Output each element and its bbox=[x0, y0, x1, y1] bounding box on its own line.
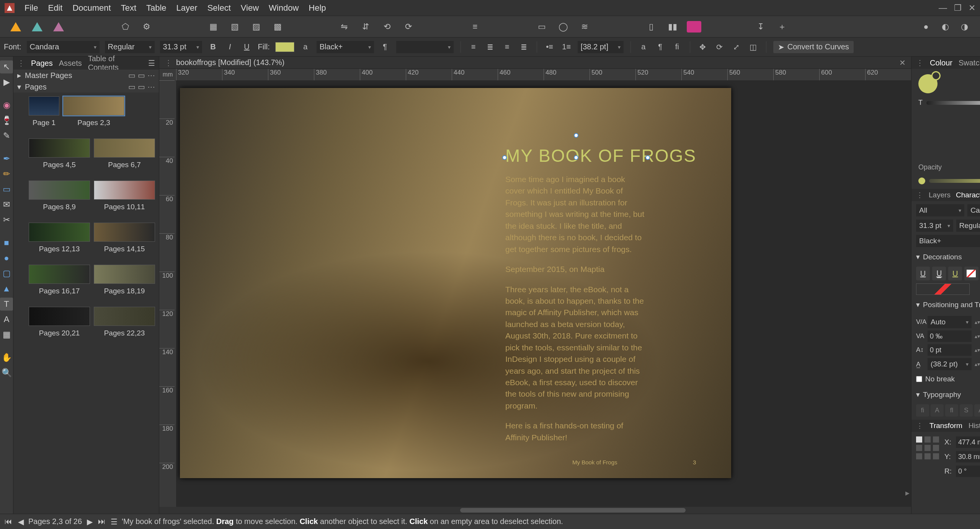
font-style-select[interactable]: Regular▾ bbox=[105, 41, 155, 53]
window-restore-icon[interactable]: ❐ bbox=[954, 3, 962, 13]
arrange-front-icon[interactable]: ▦ bbox=[206, 20, 220, 34]
x-input[interactable] bbox=[956, 436, 980, 448]
page-thumb-16-17[interactable] bbox=[29, 265, 90, 284]
number-list-icon[interactable]: 1≡ bbox=[561, 41, 572, 53]
spin-icon[interactable]: ▴▾ bbox=[974, 361, 980, 367]
no-underline-button[interactable] bbox=[964, 267, 978, 280]
panel-handle-icon[interactable]: ⋮ bbox=[17, 59, 25, 68]
arrange-backward-icon[interactable]: ▨ bbox=[249, 20, 263, 34]
snapping-button[interactable] bbox=[687, 20, 701, 34]
rotate-ccw-icon[interactable]: ⟲ bbox=[380, 20, 394, 34]
panel-menu-icon[interactable]: ☰ bbox=[148, 59, 155, 68]
panel-handle-icon[interactable]: ⋮ bbox=[916, 191, 923, 200]
pages-view2-icon[interactable]: ▭ bbox=[138, 82, 145, 91]
expand-pages-icon[interactable]: ▾ bbox=[17, 82, 21, 91]
tab-transform[interactable]: Transform bbox=[929, 422, 962, 430]
insert-before-icon[interactable]: ↧ bbox=[753, 20, 768, 34]
bullet-list-icon[interactable]: •≡ bbox=[544, 41, 555, 53]
positioning-header[interactable]: ▾Positioning and Transform bbox=[916, 298, 980, 311]
vector-crop-tool-icon[interactable]: ✉ bbox=[0, 198, 13, 211]
panel-handle-icon[interactable]: ⋮ bbox=[916, 422, 923, 430]
opacity-slider[interactable] bbox=[929, 179, 980, 183]
menu-table[interactable]: Table bbox=[146, 3, 167, 13]
decorations-header[interactable]: ▾Decorations bbox=[916, 250, 980, 264]
tracking-input[interactable] bbox=[928, 330, 972, 342]
pages-header[interactable]: ▾ Pages ▭ ▭ ⋯ bbox=[13, 81, 159, 93]
menu-select[interactable]: Select bbox=[207, 3, 231, 13]
window-minimize-icon[interactable]: — bbox=[939, 3, 947, 13]
page-menu-icon[interactable]: ☰ bbox=[109, 517, 119, 526]
bold-button[interactable]: B bbox=[207, 41, 219, 53]
fill-tool-icon[interactable]: 🍷 bbox=[0, 114, 13, 127]
spin-icon[interactable]: ▴▾ bbox=[974, 334, 980, 339]
typography-header[interactable]: ▾Typography bbox=[916, 388, 980, 401]
font-collection-select[interactable]: All▾ bbox=[916, 204, 964, 216]
paragraph-icon[interactable]: ¶ bbox=[379, 41, 391, 53]
window-close-icon[interactable]: ✕ bbox=[969, 3, 975, 13]
leading-override-input[interactable]: (38.2 pt)▾ bbox=[928, 358, 972, 370]
page-thumb-4-5[interactable] bbox=[29, 138, 90, 158]
master-pages-header[interactable]: ▸ Master Pages ▭ ▭ ⋯ bbox=[13, 70, 159, 81]
page-thumb-20-21[interactable] bbox=[29, 307, 90, 326]
y-input[interactable] bbox=[956, 451, 980, 462]
align-right-text-icon[interactable]: ≡ bbox=[501, 41, 513, 53]
arrange-forward-icon[interactable]: ▧ bbox=[227, 20, 242, 34]
flip-v-icon[interactable]: ⇵ bbox=[358, 20, 373, 34]
tab-layers[interactable]: Layers bbox=[929, 191, 951, 199]
text-flow-icon[interactable]: ≋ bbox=[577, 20, 592, 34]
underline-a-icon[interactable]: a bbox=[300, 41, 311, 53]
preflight-icon[interactable]: ⬠ bbox=[118, 20, 132, 34]
node-tool-icon[interactable]: ▶ bbox=[0, 76, 13, 89]
insert-after-icon[interactable]: ＋ bbox=[775, 20, 789, 34]
color-wheel-tool-icon[interactable]: ◉ bbox=[0, 99, 13, 112]
page-thumb-14-15[interactable] bbox=[94, 223, 155, 242]
next-page-icon[interactable]: ▶ bbox=[85, 517, 94, 526]
font-family-select-panel[interactable]: Candara▾ bbox=[967, 204, 980, 216]
page-thumb-10-11[interactable] bbox=[94, 181, 155, 200]
tab-assets[interactable]: Assets bbox=[59, 59, 82, 68]
char-panel-icon[interactable]: a bbox=[638, 41, 649, 53]
prev-page-icon[interactable]: ◀ bbox=[16, 517, 25, 526]
picture-frame-tool-icon[interactable]: ▭ bbox=[0, 183, 13, 196]
document-tab[interactable]: ⋮ bookoffrogs [Modified] (143.7%) ✕ bbox=[159, 57, 911, 69]
fill-swatch[interactable] bbox=[275, 42, 294, 52]
transform-icon[interactable]: ◫ bbox=[748, 41, 759, 53]
tint-slider[interactable] bbox=[926, 101, 980, 105]
liga-fl-button[interactable]: fl bbox=[945, 404, 958, 417]
sphere-2-icon[interactable]: ◐ bbox=[938, 20, 952, 34]
sphere-1-icon[interactable]: ● bbox=[919, 20, 933, 34]
align-left-text-icon[interactable]: ≡ bbox=[468, 41, 479, 53]
menu-help[interactable]: Help bbox=[309, 3, 326, 13]
table-tool-icon[interactable]: ▦ bbox=[0, 328, 13, 341]
triangle-tool-icon[interactable]: ▲ bbox=[0, 282, 13, 295]
paragraph-style-select[interactable]: ▾ bbox=[396, 41, 454, 53]
menu-text[interactable]: Text bbox=[121, 3, 136, 13]
menu-window[interactable]: Window bbox=[269, 3, 299, 13]
align-left-icon[interactable]: ≡ bbox=[468, 20, 482, 34]
ruler-vertical[interactable]: 20 40 60 80 100 120 140 160 180 200 bbox=[159, 80, 176, 507]
tab-pages[interactable]: Pages bbox=[31, 59, 53, 68]
liga-s-button[interactable]: S bbox=[960, 404, 973, 417]
baseline-grid-icon[interactable]: ◯ bbox=[556, 20, 570, 34]
pages-view1-icon[interactable]: ▭ bbox=[128, 82, 136, 91]
page-thumb-18-19[interactable] bbox=[94, 265, 155, 284]
font-size-select[interactable]: 31.3 pt▾ bbox=[160, 41, 202, 53]
page-thumb-6-7[interactable] bbox=[94, 138, 155, 158]
ellipse-tool-icon[interactable]: ● bbox=[0, 252, 13, 265]
master-view1-icon[interactable]: ▭ bbox=[128, 71, 136, 80]
selection-handle-icon[interactable] bbox=[502, 155, 507, 160]
align-center-text-icon[interactable]: ≣ bbox=[485, 41, 496, 53]
liga-standard-button[interactable]: fi bbox=[916, 404, 929, 417]
convert-to-curves-button[interactable]: ➤ Convert to Curves bbox=[773, 41, 854, 53]
arrange-back-icon[interactable]: ▩ bbox=[270, 20, 285, 34]
scale-icon[interactable]: ⤢ bbox=[731, 41, 742, 53]
align-justify-text-icon[interactable]: ≣ bbox=[518, 41, 530, 53]
master-view2-icon[interactable]: ▭ bbox=[138, 71, 145, 80]
tab-history[interactable]: History bbox=[969, 422, 980, 430]
canvas[interactable]: MY BOOK OF FROGS Some time ago I imagine… bbox=[176, 80, 911, 507]
persona-designer-icon[interactable] bbox=[30, 20, 44, 34]
persona-photo-icon[interactable] bbox=[51, 20, 66, 34]
flip-h-icon[interactable]: ⇋ bbox=[337, 20, 351, 34]
scroll-right-icon[interactable]: ▶ bbox=[905, 490, 910, 496]
rectangle-tool-icon[interactable]: ■ bbox=[0, 236, 13, 249]
